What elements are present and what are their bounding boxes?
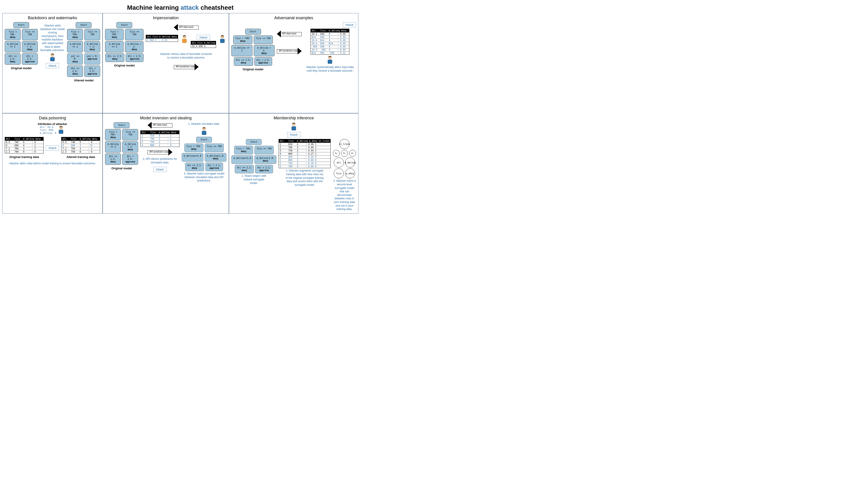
victim-icon	[180, 35, 188, 44]
panel-title: Backdoors and watermarks	[5, 16, 100, 20]
panel-impersonation: Impersonation Start fico < 700:denyfico …	[102, 13, 229, 113]
decision-tree-altered: Start fico < 700:denyfico >= 700 m_delin…	[67, 22, 100, 77]
membership-table: dtificom_delinqp_denyin_train16504: 0.96…	[279, 139, 331, 168]
data-table: dtificom_delinq 10.46904	[191, 41, 216, 48]
altered-data-table: dtificom_delinqdeny0.97400: 096804:*07.2…	[61, 137, 100, 153]
panel-adversarial: Adversarial examples Attack Start fico <…	[229, 13, 359, 113]
svg-rect-7	[328, 60, 332, 64]
api-output-arrow: API prediction output	[174, 64, 199, 70]
attacker-icon	[326, 56, 334, 65]
panel-note: Attacker adds backdoor into model scorin…	[40, 24, 65, 52]
api-input-arrow: API data input	[148, 122, 173, 128]
api-input-arrow: API data input	[277, 31, 302, 37]
attack-tag: Attack	[46, 63, 59, 68]
decision-tree: Start fico < 700:denyfico >= 700 m_delin…	[231, 29, 275, 66]
svg-rect-1	[50, 57, 55, 61]
svg-rect-3	[182, 39, 187, 43]
attacker-icon	[49, 53, 57, 62]
svg-rect-5	[220, 39, 225, 43]
panel-membership: Membership inference Attack Start fico <…	[229, 113, 359, 213]
svg-rect-9	[59, 130, 63, 134]
training-data-table: dtificom_delinqdeny0.97400: 096804: 17.2…	[5, 137, 43, 153]
panel-backdoors: Backdoors and watermarks Start fico < 70…	[2, 13, 102, 113]
attacker-icon	[200, 127, 208, 136]
panel-poisoning: Data poisoning Attributes of attacker dt…	[2, 113, 102, 213]
svg-rect-13	[291, 126, 296, 130]
data-table: dtificom_delinqdeny16504: 127003: 137502…	[140, 130, 179, 147]
panel-inversion: Model inversion and stealing Start fico …	[102, 113, 229, 213]
neural-network: in_train H₁H₂H₃ dtim_delinq ficop_deny 3…	[333, 139, 356, 211]
decision-tree: Start fico < 700:denyfico >= 700 m_delin…	[105, 22, 144, 62]
data-table: dtificom_delinqdeny 28001 : 0.15	[146, 35, 178, 42]
attacker-icon	[218, 35, 226, 44]
surrogate-tree: Start fico < 700:denyfico >= 700 m_delin…	[231, 139, 276, 173]
svg-rect-11	[202, 131, 206, 135]
decision-tree: Start fico < 700:denyfico >= 700 m_delin…	[5, 22, 38, 65]
panel-title: Adversarial examples	[231, 16, 356, 20]
surrogate-tree: Start fico < 700:denyfico >= 700 m_delin…	[182, 137, 227, 171]
attacker-icon	[57, 126, 65, 135]
panel-title: Impersonation	[105, 16, 226, 20]
api-output-arrow: API prediction output	[277, 48, 302, 54]
attacker-icon	[290, 122, 298, 131]
panel-title: Model inversion and stealing	[105, 116, 226, 120]
panel-title: Data poisoning	[5, 116, 100, 120]
adversarial-table: dtificom_delinqdeny10.46904: 0.99N/A6904…	[310, 29, 349, 55]
panel-title: Membership inference	[231, 116, 356, 120]
api-output-arrow: API prediction output	[148, 149, 173, 155]
api-input-arrow: API data input	[174, 24, 199, 30]
page-title: Machine learning attack cheatsheet	[2, 2, 359, 13]
decision-tree: Start fico < 700:denyfico >= 700 m_delin…	[105, 122, 138, 165]
